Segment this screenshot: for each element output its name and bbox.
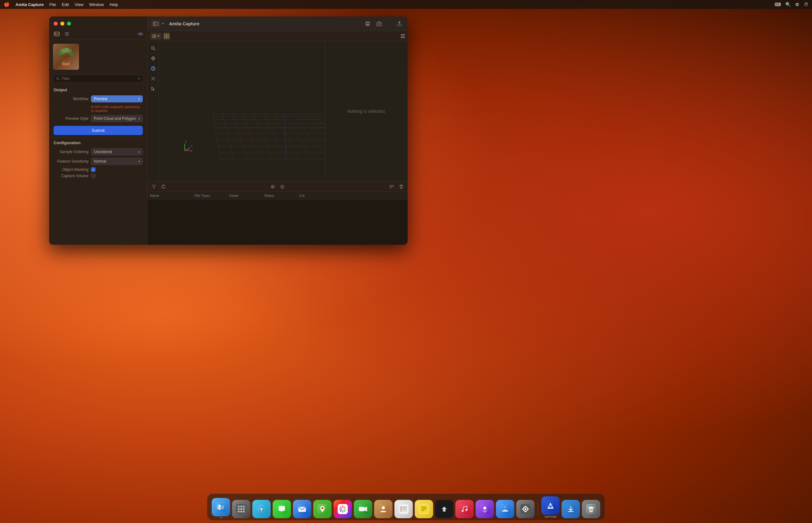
list-filter-icon[interactable] <box>150 183 158 191</box>
focus-tool[interactable] <box>149 74 158 83</box>
sidebar-toggle-button[interactable] <box>151 20 160 27</box>
list-record-icon[interactable] <box>269 183 277 191</box>
appletv-icon <box>435 500 454 518</box>
list-refresh-icon[interactable] <box>160 183 167 191</box>
menu-window[interactable]: Window <box>89 2 104 7</box>
notes-icon <box>415 500 433 518</box>
filter-bar[interactable]: ✕ <box>53 75 143 83</box>
output-section: Output Workflow Preview ▾ A GPU with sup… <box>49 85 147 138</box>
dock-item-contacts[interactable] <box>374 500 393 518</box>
workflow-select[interactable]: Preview ▾ <box>91 95 143 102</box>
dock-item-facetime[interactable] <box>354 500 372 518</box>
window-title: Amita Capture <box>169 21 199 26</box>
object-masking-checkbox[interactable]: ✓ <box>91 167 95 172</box>
keyboard-icon[interactable]: ⌨ <box>775 2 781 7</box>
list-panel: Name File Types Detail Status Cre <box>147 181 408 245</box>
svg-point-106 <box>243 508 245 510</box>
svg-rect-159 <box>525 511 526 512</box>
select-tool[interactable] <box>149 84 158 93</box>
dock-item-preferences[interactable] <box>516 500 535 518</box>
menu-file[interactable]: File <box>50 2 56 7</box>
svg-point-120 <box>322 507 323 509</box>
svg-point-9 <box>58 51 62 56</box>
grid-view-icon[interactable] <box>163 32 170 40</box>
svg-rect-21 <box>366 21 369 23</box>
dock-item-trash[interactable] <box>582 500 600 518</box>
preview-style-select[interactable]: Point Cloud and Polygon ▾ <box>91 115 143 122</box>
submit-button[interactable]: Submit <box>54 126 143 135</box>
dock-item-appletv[interactable] <box>435 500 454 518</box>
app-window: ✕ Output Workflow Preview ▾ A GPU with s… <box>49 17 408 245</box>
close-button[interactable] <box>54 21 58 26</box>
dock-item-notes[interactable] <box>415 500 433 518</box>
mail-icon <box>293 500 312 518</box>
svg-point-103 <box>243 506 245 507</box>
filter-clear-icon[interactable]: ✕ <box>137 76 141 81</box>
svg-line-16 <box>58 79 59 80</box>
right-info-panel: Nothing is selected. <box>325 41 408 181</box>
menu-view[interactable]: View <box>74 2 84 7</box>
orbit-tool[interactable] <box>149 64 158 73</box>
share-icon[interactable] <box>395 19 404 28</box>
camera-icon[interactable] <box>375 19 384 28</box>
more-options-icon[interactable] <box>401 34 405 38</box>
list-table-header: Name File Types Detail Status Cre <box>147 192 408 199</box>
search-menubar-icon[interactable]: 🔍 <box>785 2 791 7</box>
svg-line-61 <box>284 114 313 159</box>
svg-text:y: y <box>185 140 187 143</box>
menu-app-name[interactable]: Amita Capture <box>16 2 44 7</box>
dock-item-messages[interactable] <box>273 500 291 518</box>
minimize-button[interactable] <box>60 21 65 26</box>
preview-style-row: Preview Style Point Cloud and Polygon ▾ <box>54 115 143 122</box>
preview-image[interactable] <box>53 44 79 70</box>
object-masking-row: Object Masking ✓ <box>54 167 143 172</box>
filter-input[interactable] <box>61 76 136 81</box>
svg-line-69 <box>284 114 286 159</box>
clock-icon: ⏱ <box>804 2 808 7</box>
controlcenter-icon[interactable]: ⚙ <box>795 2 799 7</box>
sample-ordering-select[interactable]: Unordered ▾ <box>91 148 143 155</box>
maximize-button[interactable] <box>67 21 71 26</box>
dock-item-podcasts[interactable] <box>476 500 494 518</box>
apple-menu[interactable]: 🍎 <box>4 2 10 7</box>
svg-line-56 <box>233 114 247 159</box>
menu-help[interactable]: Help <box>109 2 118 7</box>
filter-search-icon <box>56 77 60 80</box>
dock-item-capture[interactable]: CAPTURE <box>542 497 560 518</box>
main-toolbar: ▾ Amita Capture <box>147 17 408 31</box>
svg-point-87 <box>272 186 273 187</box>
svg-rect-28 <box>164 34 166 36</box>
image-tab-icon[interactable] <box>53 30 60 38</box>
dock-item-launchpad[interactable] <box>232 500 251 518</box>
svg-point-108 <box>241 511 242 512</box>
svg-point-99 <box>223 506 224 507</box>
dock-item-maps[interactable] <box>313 500 332 518</box>
eye-icon[interactable] <box>138 31 143 37</box>
render-mode-pill[interactable]: ▾ <box>150 33 161 40</box>
menu-edit[interactable]: Edit <box>62 2 69 7</box>
feature-sensitivity-select[interactable]: Normal ▾ <box>91 158 143 165</box>
dock-item-safari[interactable] <box>252 500 271 518</box>
dock-item-appstore[interactable] <box>496 500 514 518</box>
col-file-types: File Types <box>192 194 227 197</box>
left-toolbar <box>49 29 147 40</box>
pan-tool[interactable] <box>149 54 158 63</box>
dock-item-reminders[interactable] <box>394 500 413 518</box>
dock-item-downloads[interactable] <box>562 500 580 518</box>
dock-item-finder[interactable] <box>212 498 230 518</box>
svg-point-101 <box>238 506 240 507</box>
dock-item-music[interactable] <box>456 500 474 518</box>
svg-point-109 <box>243 511 245 512</box>
list-info-icon[interactable] <box>279 183 286 191</box>
list-delete-icon[interactable] <box>398 183 405 191</box>
zoom-tool[interactable] <box>149 44 158 53</box>
svg-rect-17 <box>154 22 158 25</box>
svg-point-90 <box>282 185 283 186</box>
list-tab-icon[interactable] <box>63 30 71 38</box>
appstore-icon <box>496 500 514 518</box>
dock-item-mail[interactable] <box>293 500 312 518</box>
dock-item-photos[interactable] <box>334 500 352 518</box>
list-sort-icon[interactable] <box>388 183 395 191</box>
print-icon[interactable] <box>363 19 372 28</box>
capture-volume-checkbox[interactable] <box>91 174 95 178</box>
